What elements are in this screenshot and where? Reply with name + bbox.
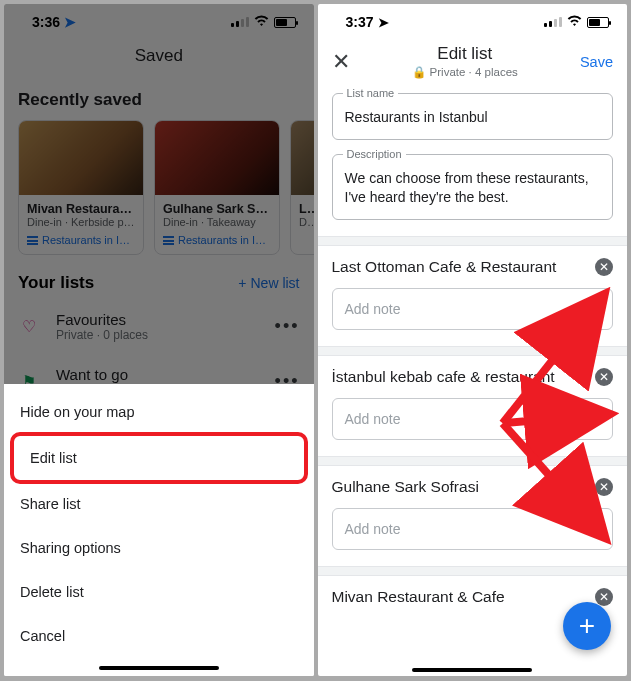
- option-sharing-options[interactable]: Sharing options: [4, 526, 314, 570]
- description-value: We can choose from these restaurants, I'…: [345, 169, 601, 207]
- place-name: Last Ottoman Cafe & Restaurant: [332, 258, 557, 276]
- status-time: 3:36: [32, 14, 60, 30]
- option-cancel[interactable]: Cancel: [4, 614, 314, 658]
- close-icon[interactable]: ✕: [332, 49, 350, 75]
- add-note-input[interactable]: Add note: [332, 288, 614, 330]
- remove-place-icon[interactable]: ✕: [595, 588, 613, 606]
- add-note-input[interactable]: Add note: [332, 398, 614, 440]
- place-list-tag: Restaurants in I…: [27, 234, 135, 246]
- more-icon[interactable]: •••: [275, 316, 300, 337]
- option-hide-on-map[interactable]: Hide on your map: [4, 390, 314, 434]
- divider: [318, 236, 628, 246]
- place-sub: Dine-in: [299, 216, 314, 228]
- place-item: İstanbul kebab cafe & restaurant ✕ Add n…: [318, 356, 628, 440]
- place-image: [155, 121, 279, 195]
- option-edit-list[interactable]: Edit list: [10, 432, 308, 484]
- page-title: Saved: [4, 40, 314, 82]
- place-name: Last O: [299, 202, 314, 216]
- list-title: Want to go: [56, 366, 148, 383]
- recently-saved-header: Recently saved: [4, 82, 314, 120]
- list-item[interactable]: ♡ FavouritesPrivate · 0 places •••: [4, 299, 314, 354]
- header-subtitle: 🔒 Private · 4 places: [350, 65, 580, 79]
- status-bar: 3:36 ➤: [4, 4, 314, 40]
- header-title: Edit list: [350, 44, 580, 64]
- status-bar: 3:37 ➤: [318, 4, 628, 40]
- place-card[interactable]: Gulhane Sark So… Dine-in · Takeaway Rest…: [154, 120, 280, 255]
- battery-icon: [274, 17, 296, 28]
- list-name-field[interactable]: List name Restaurants in Istanbul: [332, 93, 614, 140]
- heart-icon: ♡: [18, 317, 40, 336]
- place-card[interactable]: Mivan Restauran… Dine-in · Kerbside p… R…: [18, 120, 144, 255]
- field-label: Description: [343, 148, 406, 160]
- wifi-icon: [254, 14, 269, 30]
- plus-icon: +: [238, 275, 246, 291]
- divider: [318, 346, 628, 356]
- add-place-fab[interactable]: +: [563, 602, 611, 650]
- option-share-list[interactable]: Share list: [4, 482, 314, 526]
- place-item: Last Ottoman Cafe & Restaurant ✕ Add not…: [318, 246, 628, 330]
- place-name: Mivan Restauran…: [27, 202, 135, 216]
- lock-icon: 🔒: [412, 65, 426, 79]
- place-sub: Dine-in · Takeaway: [163, 216, 271, 228]
- signal-icon: [231, 17, 249, 27]
- place-item: Gulhane Sark Sofrasi ✕ Add note: [318, 466, 628, 550]
- place-sub: Dine-in · Kerbside p…: [27, 216, 135, 228]
- home-indicator: [99, 666, 219, 670]
- right-screenshot: 3:37 ➤ ✕ Edit list 🔒 Private · 4 places: [318, 4, 628, 676]
- place-name: İstanbul kebab cafe & restaurant: [332, 368, 555, 386]
- location-icon: ➤: [64, 14, 76, 30]
- list-icon: [27, 236, 38, 245]
- place-image: [291, 121, 314, 195]
- field-label: List name: [343, 87, 399, 99]
- add-note-input[interactable]: Add note: [332, 508, 614, 550]
- option-delete-list[interactable]: Delete list: [4, 570, 314, 614]
- divider: [318, 456, 628, 466]
- remove-place-icon[interactable]: ✕: [595, 478, 613, 496]
- wifi-icon: [567, 14, 582, 30]
- place-name: Gulhane Sark Sofrasi: [332, 478, 479, 496]
- your-lists-header: Your lists: [18, 273, 94, 293]
- left-screenshot: 3:36 ➤ Saved Recently saved Mivan Res: [4, 4, 314, 676]
- recently-saved-cards: Mivan Restauran… Dine-in · Kerbside p… R…: [4, 120, 314, 255]
- place-card[interactable]: Last O Dine-in: [290, 120, 314, 255]
- place-list-tag: Restaurants in I…: [163, 234, 271, 246]
- list-name-value: Restaurants in Istanbul: [345, 108, 601, 127]
- place-name: Mivan Restaurant & Cafe: [332, 588, 505, 606]
- home-indicator: [412, 668, 532, 672]
- description-field[interactable]: Description We can choose from these res…: [332, 154, 614, 220]
- list-sub: Private · 0 places: [56, 328, 148, 342]
- status-time: 3:37: [346, 14, 374, 30]
- divider: [318, 566, 628, 576]
- list-icon: [163, 236, 174, 245]
- remove-place-icon[interactable]: ✕: [595, 258, 613, 276]
- remove-place-icon[interactable]: ✕: [595, 368, 613, 386]
- place-image: [19, 121, 143, 195]
- signal-icon: [544, 17, 562, 27]
- list-title: Favourites: [56, 311, 148, 328]
- new-list-button[interactable]: +New list: [238, 275, 299, 291]
- place-name: Gulhane Sark So…: [163, 202, 271, 216]
- location-icon: ➤: [378, 15, 389, 30]
- save-button[interactable]: Save: [580, 54, 613, 70]
- bottom-sheet: Hide on your map Edit list Share list Sh…: [4, 384, 314, 676]
- battery-icon: [587, 17, 609, 28]
